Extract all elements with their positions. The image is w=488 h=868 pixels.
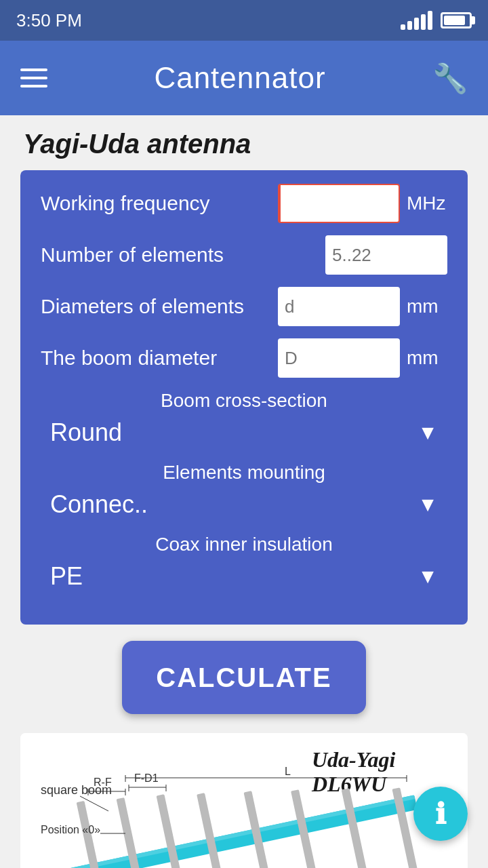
boom-cross-section-dropdown[interactable]: Round ▼ xyxy=(41,416,447,450)
form-card: Working frequency MHz Number of elements… xyxy=(20,170,468,625)
num-elements-label: Number of elements xyxy=(41,243,319,267)
time: 3:50 PM xyxy=(16,10,82,31)
coax-insulation-value: PE xyxy=(50,562,83,591)
working-frequency-label: Working frequency xyxy=(41,192,271,215)
boom-cross-section-value: Round xyxy=(50,418,122,447)
app-title: Cantennator xyxy=(154,61,325,95)
coax-insulation-label: Coax inner insulation xyxy=(41,534,447,555)
boom-diameter-input[interactable] xyxy=(278,338,400,378)
hamburger-menu-button[interactable] xyxy=(20,68,47,87)
coax-insulation-dropdown[interactable]: PE ▼ xyxy=(41,559,447,593)
elements-mounting-dropdown[interactable]: Connec.. ▼ xyxy=(41,488,447,521)
boom-diameter-unit: mm xyxy=(407,347,447,369)
status-bar: 3:50 PM xyxy=(0,0,488,41)
svg-text:Position «0»: Position «0» xyxy=(41,824,100,835)
svg-text:Uda-Yagi: Uda-Yagi xyxy=(312,747,395,772)
elements-mounting-arrow: ▼ xyxy=(418,493,438,516)
elements-mounting-label: Elements mounting xyxy=(41,462,447,484)
elements-mounting-value: Connec.. xyxy=(50,490,148,519)
element-diameter-unit: mm xyxy=(407,296,447,317)
element-diameter-input[interactable] xyxy=(278,287,400,326)
settings-icon[interactable]: 🔧 xyxy=(432,62,468,95)
page-content: Yagi-Uda antenna Working frequency MHz N… xyxy=(0,115,488,868)
num-elements-input[interactable] xyxy=(325,235,447,275)
svg-text:R-F: R-F xyxy=(94,776,112,788)
boom-diameter-row: The boom diameter mm xyxy=(41,338,447,378)
working-frequency-unit: MHz xyxy=(407,193,447,214)
coax-insulation-section: Coax inner insulation PE ▼ xyxy=(41,534,447,593)
info-fab-button[interactable]: ℹ xyxy=(413,787,468,841)
elements-mounting-section: Elements mounting Connec.. ▼ xyxy=(41,462,447,521)
calculate-button[interactable]: CALCULATE xyxy=(122,641,366,714)
diagram-area: Uda-Yagi DL6WU square boom xyxy=(20,733,468,868)
status-icons xyxy=(401,11,472,30)
info-icon: ℹ xyxy=(435,797,446,831)
boom-cross-section-label: Boom cross-section xyxy=(41,390,447,412)
element-diameter-row: Diameters of elements mm xyxy=(41,287,447,326)
boom-cross-section-arrow: ▼ xyxy=(418,421,438,444)
coax-insulation-arrow: ▼ xyxy=(418,565,438,588)
element-diameter-label: Diameters of elements xyxy=(41,295,271,318)
antenna-diagram: Uda-Yagi DL6WU square boom xyxy=(20,733,468,868)
title-part1: Yagi-Uda antenna xyxy=(23,129,251,159)
app-bar: Cantennator 🔧 xyxy=(0,41,488,115)
page-title: Yagi-Uda antenna xyxy=(20,129,468,159)
boom-cross-section-section: Boom cross-section Round ▼ xyxy=(41,390,447,450)
boom-diameter-label: The boom diameter xyxy=(41,347,271,370)
working-frequency-input[interactable] xyxy=(278,184,400,223)
battery-icon xyxy=(441,12,472,28)
svg-text:L: L xyxy=(285,766,291,777)
signal-icon xyxy=(401,11,432,30)
working-frequency-row: Working frequency MHz xyxy=(41,184,447,223)
num-elements-row: Number of elements xyxy=(41,235,447,275)
